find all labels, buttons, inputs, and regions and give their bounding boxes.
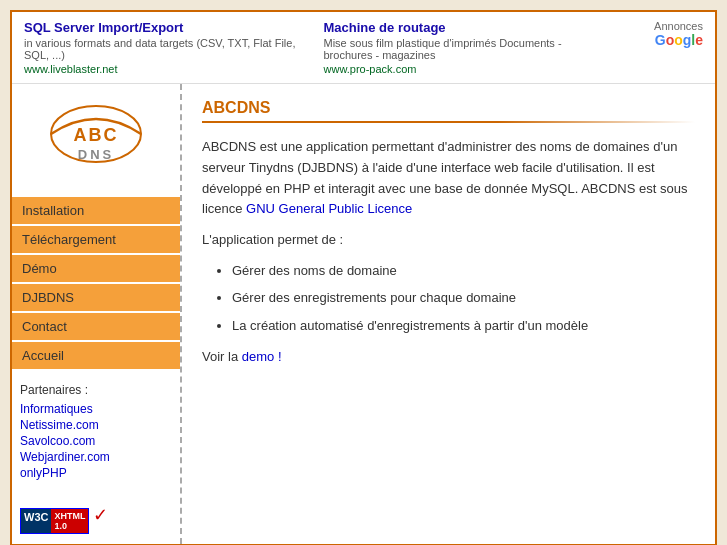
- svg-text:DNS: DNS: [78, 147, 114, 162]
- feature-2: Gérer des enregistrements pour chaque do…: [232, 288, 695, 308]
- main-content: ABCDNS ABCDNS est une application permet…: [182, 84, 715, 544]
- ads-label: Annonces: [623, 20, 703, 32]
- svg-text:ABC: ABC: [74, 125, 119, 145]
- nav-demo[interactable]: Démo: [12, 255, 180, 282]
- ad-url-2: www.pro-pack.com: [324, 63, 604, 75]
- xhtml-label: XHTML1.0: [51, 509, 88, 533]
- partner-netissime[interactable]: Netissime.com: [20, 418, 172, 432]
- page-title: ABCDNS: [202, 99, 695, 117]
- w3c-label: W3C: [21, 509, 51, 533]
- partners-section: Partenaires : Informatiques Netissime.co…: [12, 371, 180, 494]
- ad-url-1: www.liveblaster.net: [24, 63, 304, 75]
- w3c-badge[interactable]: W3C XHTML1.0 ✓: [20, 504, 108, 534]
- nav-contact[interactable]: Contact: [12, 313, 180, 340]
- intro-text: ABCDNS est une application permettant d'…: [202, 137, 695, 220]
- partners-title: Partenaires :: [20, 383, 172, 397]
- partner-savolcoo[interactable]: Savolcoo.com: [20, 434, 172, 448]
- google-ads-area: Annonces Google: [623, 20, 703, 75]
- feature-3: La création automatisé d'enregistrements…: [232, 316, 695, 336]
- content-area: ABC DNS Installation Téléchargement Démo…: [12, 84, 715, 544]
- w3c-box: W3C XHTML1.0: [20, 508, 89, 534]
- partner-onlyphp[interactable]: onlyPHP: [20, 466, 172, 480]
- ad-item-1: SQL Server Import/Export in various form…: [24, 20, 304, 75]
- feature-list: Gérer des noms de domaine Gérer des enre…: [202, 261, 695, 336]
- demo-link[interactable]: demo !: [242, 349, 282, 364]
- logo-area: ABC DNS: [12, 89, 180, 197]
- main-border: SQL Server Import/Export in various form…: [10, 10, 717, 545]
- ad-desc-1: in various formats and data targets (CSV…: [24, 37, 304, 61]
- demo-prefix: Voir la: [202, 349, 242, 364]
- ad-link-1[interactable]: SQL Server Import/Export: [24, 20, 183, 35]
- nav-menu: Installation Téléchargement Démo DJBDNS …: [12, 197, 180, 369]
- feature-1: Gérer des noms de domaine: [232, 261, 695, 281]
- ad-desc-2: Mise sous film plastique d'imprimés Docu…: [324, 37, 604, 61]
- logo-svg: ABC DNS: [36, 99, 156, 179]
- partner-informatiques[interactable]: Informatiques: [20, 402, 172, 416]
- w3c-checkmark: ✓: [93, 505, 108, 525]
- outer-wrapper: SQL Server Import/Export in various form…: [0, 0, 727, 545]
- nav-installation[interactable]: Installation: [12, 197, 180, 224]
- partner-webjardiner[interactable]: Webjardiner.com: [20, 450, 172, 464]
- nav-djbdns[interactable]: DJBDNS: [12, 284, 180, 311]
- sidebar: ABC DNS Installation Téléchargement Démo…: [12, 84, 182, 544]
- title-underline: [202, 121, 695, 123]
- ad-item-2: Machine de routage Mise sous film plasti…: [324, 20, 604, 75]
- gnu-link[interactable]: GNU General Public Licence: [246, 201, 412, 216]
- nav-telechargement[interactable]: Téléchargement: [12, 226, 180, 253]
- demo-line: Voir la demo !: [202, 347, 695, 368]
- bullet-intro: L'application permet de :: [202, 230, 695, 251]
- ad-link-2[interactable]: Machine de routage: [324, 20, 446, 35]
- ad-banner: SQL Server Import/Export in various form…: [12, 12, 715, 84]
- google-logo: Google: [623, 32, 703, 48]
- nav-accueil[interactable]: Accueil: [12, 342, 180, 369]
